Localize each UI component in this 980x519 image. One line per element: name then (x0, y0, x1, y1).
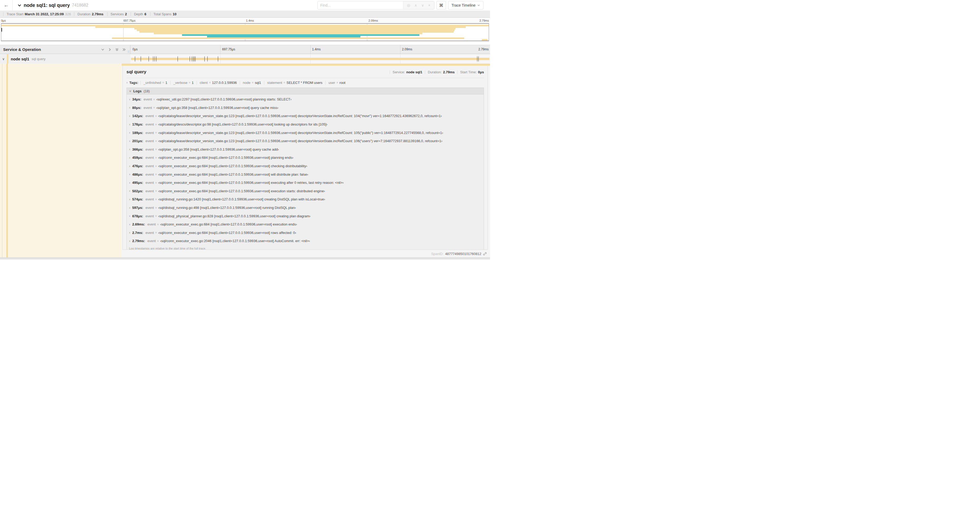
chevron-right-icon[interactable]: › (129, 198, 130, 201)
log-row[interactable]: › 459μs: event = ‹sql/conn_executor_exec… (127, 153, 484, 162)
chevron-right-icon[interactable]: › (129, 147, 130, 151)
log-row[interactable]: › 574μs: event = ‹sql/distsql_running.go… (127, 195, 484, 204)
clear-search-icon[interactable]: × (428, 3, 431, 7)
link-icon[interactable] (483, 252, 487, 256)
find-box: ◎ ∧ ∨ × (317, 1, 434, 10)
chevron-right-icon[interactable]: › (129, 172, 130, 176)
log-marker-tick (153, 56, 153, 61)
span-detail-title: sql query (126, 69, 146, 75)
log-timestamp: 201μs: (132, 139, 143, 143)
log-marker-tick (477, 56, 477, 61)
chevron-right-icon[interactable]: › (129, 231, 130, 235)
chevron-right-icon[interactable]: › (129, 156, 130, 160)
chevron-right-icon[interactable]: › (129, 214, 130, 218)
chevron-right-icon[interactable]: › (126, 81, 127, 85)
chevron-down-icon[interactable]: ∨ (129, 89, 131, 93)
trace-minimap[interactable]: 0μs 697.75μs 1.4ms 2.09ms 2.79ms (0, 18, 490, 42)
log-row[interactable]: › 142μs: event = ‹sql/catalog/lease/desc… (127, 112, 484, 120)
chevron-right-icon[interactable]: › (129, 97, 130, 101)
log-field-key: event (147, 222, 156, 226)
chevron-right-icon[interactable]: › (129, 114, 130, 118)
log-row[interactable]: › 2.7ms: event = ‹sql/conn_executor_exec… (127, 228, 484, 237)
column-resize-grip[interactable]: || (128, 50, 130, 53)
trace-info-item: Total Spans 10 (150, 12, 180, 16)
log-row[interactable]: › 678μs: event = ‹sql/distsql_physical_p… (127, 212, 484, 220)
keyboard-shortcuts-button[interactable]: ⌘ (436, 1, 446, 10)
collapse-title-chevron-icon[interactable] (18, 3, 22, 7)
trace-info-item: Trace Start March 31 2022, 17:25:09 .326 (3, 12, 74, 16)
minimap-canvas[interactable] (1, 23, 489, 41)
expand-one-icon[interactable] (108, 48, 112, 51)
minimap-drag-handle[interactable] (1, 28, 2, 32)
chevron-right-icon[interactable]: › (129, 206, 130, 210)
timeline-tick: 1.4ms (312, 48, 321, 51)
chevron-right-icon[interactable]: › (129, 139, 130, 143)
log-field-key: event (145, 231, 154, 235)
log-timestamp: 366μs: (132, 147, 143, 152)
log-row[interactable]: › 597μs: event = ‹sql/distsql_running.go… (127, 204, 484, 212)
log-row[interactable]: › 502μs: event = ‹sql/conn_executor_exec… (127, 187, 484, 195)
log-timestamp: 495μs: (132, 180, 143, 185)
trace-timeline-page: ← node sql1: sql query 7418682 ◎ ∧ ∨ × ⌘ (0, 0, 490, 260)
chevron-right-icon[interactable]: › (129, 123, 130, 126)
locate-icon[interactable]: ◎ (407, 3, 410, 7)
log-row[interactable]: › 476μs: event = ‹sql/conn_executor_exec… (127, 162, 484, 170)
span-detail-panel: sql query Service: node sql1 Duration: 2… (122, 64, 490, 257)
trace-title-group[interactable]: node sql1: sql query 7418682 (18, 3, 317, 8)
span-detail-card: sql query Service: node sql1 Duration: 2… (123, 65, 488, 250)
chevron-right-icon[interactable]: › (129, 181, 130, 185)
log-equals: = (153, 98, 155, 101)
span-meta-item: Duration: 2.79ms (425, 70, 457, 74)
log-row[interactable]: › 2.79ms: event = ‹sql/conn_executor_exe… (127, 237, 484, 245)
span-row[interactable]: ∨ node sql1 sql query (0, 54, 490, 64)
chevron-right-icon[interactable]: › (129, 189, 130, 193)
chevron-right-icon[interactable]: › (129, 239, 130, 243)
log-field-key: event (143, 106, 152, 110)
view-dropdown-button[interactable]: Trace Timeline (448, 1, 484, 10)
timeline-gridline (220, 45, 221, 54)
tags-row[interactable]: › Tags: _unfinished = 1 _verbose (126, 78, 484, 86)
log-timestamp: 486μs: (132, 172, 143, 176)
prev-match-icon[interactable]: ∧ (414, 3, 417, 7)
minimap-tick: 0μs (1, 19, 6, 22)
chevron-right-icon[interactable]: › (129, 164, 130, 168)
collapse-controls (101, 48, 126, 51)
log-message: ‹sql/catalog/lease/descriptor_version_st… (158, 139, 442, 143)
next-match-icon[interactable]: ∨ (421, 3, 424, 7)
log-equals: = (155, 198, 157, 201)
log-field-key: event (143, 97, 152, 101)
log-equals: = (155, 206, 157, 209)
find-input[interactable] (318, 1, 403, 9)
logs-title: Logs (133, 89, 142, 93)
chevron-right-icon[interactable]: › (129, 131, 130, 134)
horizontal-scrollbar[interactable] (0, 257, 490, 260)
tag-item: statement = SELECT * FROM users (264, 81, 325, 85)
collapse-one-icon[interactable] (101, 48, 105, 51)
span-collapse-chevron-icon[interactable]: ∨ (0, 57, 7, 61)
log-row[interactable]: › 80μs: event = ‹sql/plan_opt.go:358 [ns… (127, 104, 484, 112)
back-button[interactable]: ← (0, 0, 13, 11)
span-detail-indent-column (0, 64, 122, 257)
log-row[interactable]: › 495μs: event = ‹sql/conn_executor_exec… (127, 179, 484, 187)
log-row[interactable]: › 2.69ms: event = ‹sql/conn_executor_exe… (127, 220, 484, 228)
log-row[interactable]: › 176μs: event = ‹sql/catalog/descs/desc… (127, 120, 484, 129)
log-row[interactable]: › 34μs: event = ‹sql/exec_util.go:2297 [… (127, 95, 484, 104)
span-meta-item: Service: node sql1 (390, 70, 425, 74)
expand-all-icon[interactable] (122, 48, 126, 51)
chevron-right-icon[interactable]: › (129, 106, 130, 109)
service-operation-label: Service & Operation (3, 47, 101, 52)
log-message: ‹sql/conn_executor_exec.go:684 [nsql1,cl… (158, 189, 325, 193)
log-row[interactable]: › 366μs: event = ‹sql/plan_opt.go:358 [n… (127, 145, 484, 154)
timeline-tick: 2.79ms (479, 48, 489, 51)
page-header: ← node sql1: sql query 7418682 ◎ ∧ ∨ × ⌘ (0, 0, 490, 11)
log-marker-tick (154, 56, 155, 61)
span-row-timeline[interactable] (130, 54, 490, 64)
collapse-all-icon[interactable] (115, 48, 119, 51)
logs-header[interactable]: ∨ Logs (18) (127, 88, 484, 94)
span-row-name-cell[interactable]: ∨ node sql1 sql query (0, 54, 130, 64)
log-row[interactable]: › 201μs: event = ‹sql/catalog/lease/desc… (127, 137, 484, 145)
log-row[interactable]: › 486μs: event = ‹sql/conn_executor_exec… (127, 170, 484, 179)
span-detail-meta: Service: node sql1 Duration: 2.79ms Star… (390, 70, 484, 74)
chevron-right-icon[interactable]: › (129, 223, 130, 226)
log-row[interactable]: › 189μs: event = ‹sql/catalog/lease/desc… (127, 128, 484, 137)
